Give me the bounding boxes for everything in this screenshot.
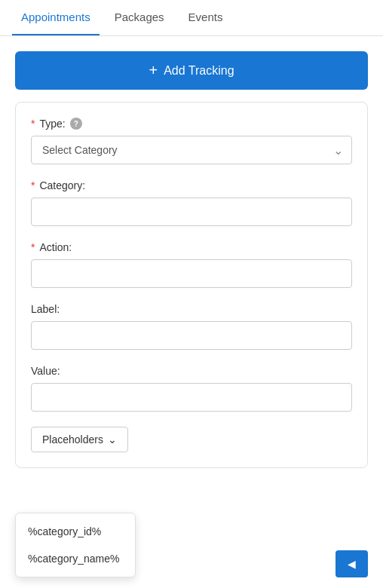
action-required-star: *	[31, 241, 35, 253]
placeholders-dropdown: %category_id% %category_name%	[15, 513, 136, 577]
type-label-text: Type:	[39, 118, 65, 130]
placeholders-chevron-icon: ⌄	[108, 433, 117, 446]
type-select-wrapper: Select Category ⌄	[31, 136, 352, 164]
plus-icon: +	[149, 62, 158, 79]
label-field-group: Label:	[31, 303, 352, 350]
category-input[interactable]	[31, 198, 352, 226]
tabs-bar: Appointments Packages Events	[0, 0, 383, 36]
bottom-action-button[interactable]: ◀	[336, 550, 368, 577]
value-label: Value:	[31, 365, 352, 377]
type-required-star: *	[31, 118, 35, 130]
label-label: Label:	[31, 303, 352, 315]
action-field-group: * Action:	[31, 241, 352, 288]
value-input[interactable]	[31, 383, 352, 412]
type-help-icon[interactable]: ?	[70, 118, 82, 130]
category-label-text: Category:	[39, 179, 85, 191]
action-input[interactable]	[31, 259, 352, 288]
label-input[interactable]	[31, 321, 352, 350]
action-label-text: Action:	[39, 241, 72, 253]
category-required-star: *	[31, 179, 35, 191]
action-label: * Action:	[31, 241, 352, 253]
tab-packages[interactable]: Packages	[106, 0, 173, 35]
add-tracking-button[interactable]: + Add Tracking	[15, 51, 368, 90]
app-container: Appointments Packages Events + Add Track…	[0, 0, 383, 588]
value-field-group: Value:	[31, 365, 352, 412]
placeholders-button[interactable]: Placeholders ⌄	[31, 427, 128, 452]
label-label-text: Label:	[31, 303, 60, 315]
dropdown-item-category-id[interactable]: %category_id%	[16, 518, 135, 545]
category-field-group: * Category:	[31, 179, 352, 226]
category-label: * Category:	[31, 179, 352, 191]
placeholders-label: Placeholders	[42, 433, 103, 446]
add-tracking-label: Add Tracking	[164, 64, 234, 78]
type-select[interactable]: Select Category	[31, 136, 352, 164]
type-label: * Type: ?	[31, 118, 352, 130]
dropdown-item-category-name[interactable]: %category_name%	[16, 545, 135, 572]
type-field-group: * Type: ? Select Category ⌄	[31, 118, 352, 164]
value-label-text: Value:	[31, 365, 60, 377]
form-card: * Type: ? Select Category ⌄ * Category: …	[15, 102, 368, 468]
tab-appointments[interactable]: Appointments	[12, 0, 100, 35]
tab-events[interactable]: Events	[179, 0, 232, 35]
